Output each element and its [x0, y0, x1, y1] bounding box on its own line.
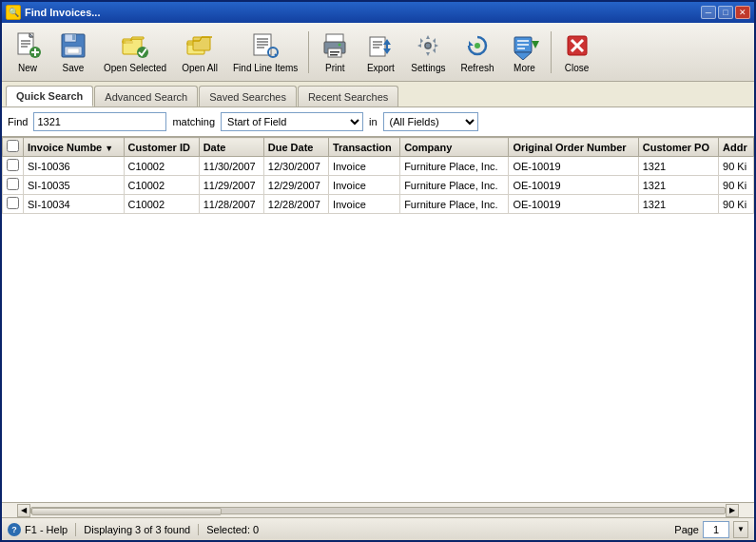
scroll-left-arrow[interactable]: ◀: [17, 504, 30, 517]
title-bar-left: 🔍 Find Invoices...: [6, 5, 100, 20]
save-label: Save: [63, 63, 85, 73]
scroll-thumb[interactable]: [31, 508, 222, 515]
settings-icon: [413, 30, 443, 61]
scroll-track[interactable]: [30, 507, 726, 514]
svg-marker-49: [532, 41, 539, 48]
find-line-items-label: Find Line Items: [233, 63, 298, 73]
window-icon: 🔍: [6, 5, 21, 20]
svg-point-41: [425, 43, 431, 48]
minimize-button[interactable]: ─: [701, 6, 716, 19]
svg-rect-31: [330, 54, 338, 56]
close-button[interactable]: Close: [555, 27, 599, 78]
search-form: Find matching Start of Field Any Part of…: [2, 107, 754, 137]
svg-point-32: [339, 44, 341, 47]
cell-addr: 90 Ki: [719, 176, 754, 195]
close-label: Close: [565, 63, 590, 73]
find-line-items-icon: [250, 30, 281, 61]
svg-rect-12: [72, 34, 75, 40]
separator-1: [308, 31, 309, 73]
svg-point-43: [475, 43, 480, 48]
records-found-text: Displaying 3 of 3 found: [84, 524, 199, 535]
header-date[interactable]: Date: [199, 138, 263, 157]
open-all-button[interactable]: Open All: [175, 27, 224, 78]
help-icon: ?: [8, 523, 21, 536]
header-company[interactable]: Company: [400, 138, 509, 157]
tab-advanced-search[interactable]: Advanced Search: [94, 86, 198, 106]
scroll-right-arrow[interactable]: ▶: [726, 504, 739, 517]
table-row[interactable]: SI-10036 C10002 11/30/2007 12/30/2007 In…: [3, 157, 754, 176]
export-label: Export: [367, 63, 395, 73]
settings-button[interactable]: Settings: [404, 27, 452, 78]
find-line-items-button[interactable]: Find Line Items: [226, 27, 304, 78]
header-transaction[interactable]: Transaction: [328, 138, 399, 157]
help-label: F1 - Help: [25, 524, 68, 535]
new-button[interactable]: New: [6, 27, 49, 78]
refresh-button[interactable]: Refresh: [455, 27, 501, 78]
table-body: SI-10036 C10002 11/30/2007 12/30/2007 In…: [3, 157, 754, 214]
find-input[interactable]: [33, 112, 166, 131]
title-bar: 🔍 Find Invoices... ─ □ ✕: [2, 2, 754, 23]
more-button[interactable]: More: [503, 27, 547, 78]
svg-line-26: [275, 54, 277, 56]
cell-addr: 90 Ki: [719, 157, 754, 176]
cell-company: Furniture Place, Inc.: [400, 176, 509, 195]
svg-rect-33: [370, 37, 385, 56]
header-addr[interactable]: Addr: [719, 138, 754, 157]
row-checkbox-cell: [3, 157, 24, 176]
page-label: Page: [674, 524, 699, 535]
header-customer-id[interactable]: Customer ID: [124, 138, 199, 157]
header-original-order-number[interactable]: Original Order Number: [509, 138, 638, 157]
cell-customer-po: 1321: [638, 176, 718, 195]
select-all-checkbox[interactable]: [7, 140, 19, 152]
header-customer-po[interactable]: Customer PO: [638, 138, 718, 157]
matching-label: matching: [172, 116, 215, 127]
help-section: ? F1 - Help: [8, 523, 76, 536]
open-selected-button[interactable]: Open Selected: [97, 27, 173, 78]
table-row[interactable]: SI-10034 C10002 11/28/2007 12/28/2007 In…: [3, 195, 754, 214]
save-button[interactable]: Save: [51, 27, 95, 78]
window-close-button[interactable]: ✕: [735, 6, 750, 19]
maximize-button[interactable]: □: [718, 6, 733, 19]
horizontal-scrollbar[interactable]: ◀ ▶: [2, 502, 754, 517]
svg-rect-14: [68, 48, 79, 53]
sort-icon: ▼: [105, 144, 113, 153]
cell-original-order-number: OE-10019: [509, 195, 638, 214]
cell-date: 11/29/2007: [199, 176, 263, 195]
in-select[interactable]: (All Fields) Invoice Number Customer ID …: [383, 112, 478, 131]
page-down-button[interactable]: ▼: [733, 521, 748, 538]
table-row[interactable]: SI-10035 C10002 11/29/2007 12/29/2007 In…: [3, 176, 754, 195]
results-table: Invoice Numbe ▼ Customer ID Date Due Dat…: [2, 137, 754, 214]
row-checkbox[interactable]: [7, 197, 19, 209]
cell-customer-po: 1321: [638, 157, 718, 176]
open-selected-icon: [120, 30, 150, 61]
open-all-label: Open All: [182, 63, 218, 73]
settings-label: Settings: [411, 63, 445, 73]
toolbar: New Save: [2, 23, 754, 82]
cell-invoice-number: SI-10035: [24, 176, 125, 195]
save-icon: [58, 30, 88, 61]
cell-customer-id: C10002: [124, 157, 199, 176]
export-button[interactable]: Export: [359, 27, 402, 78]
new-icon: [12, 30, 43, 61]
matching-select[interactable]: Start of Field Any Part of Field Whole F…: [221, 112, 363, 131]
in-label: in: [369, 116, 378, 127]
status-bar: ? F1 - Help Displaying 3 of 3 found Sele…: [2, 517, 754, 540]
row-checkbox[interactable]: [7, 159, 19, 171]
tab-quick-search[interactable]: Quick Search: [6, 86, 93, 106]
cell-transaction: Invoice: [328, 195, 399, 214]
row-checkbox-cell: [3, 176, 24, 195]
page-input[interactable]: [703, 521, 729, 538]
row-checkbox[interactable]: [7, 178, 19, 190]
tab-recent-searches[interactable]: Recent Searches: [298, 86, 398, 106]
tab-saved-searches[interactable]: Saved Searches: [199, 86, 297, 106]
cell-invoice-number: SI-10034: [24, 195, 125, 214]
header-invoice-number[interactable]: Invoice Numbe ▼: [24, 138, 125, 157]
cell-due-date: 12/30/2007: [263, 157, 328, 176]
main-window: 🔍 Find Invoices... ─ □ ✕: [0, 0, 756, 542]
row-checkbox-cell: [3, 195, 24, 214]
cell-customer-id: C10002: [124, 195, 199, 214]
close-icon: [562, 30, 592, 61]
header-due-date[interactable]: Due Date: [263, 138, 328, 157]
cell-due-date: 12/28/2007: [263, 195, 328, 214]
print-button[interactable]: Print: [313, 27, 357, 78]
